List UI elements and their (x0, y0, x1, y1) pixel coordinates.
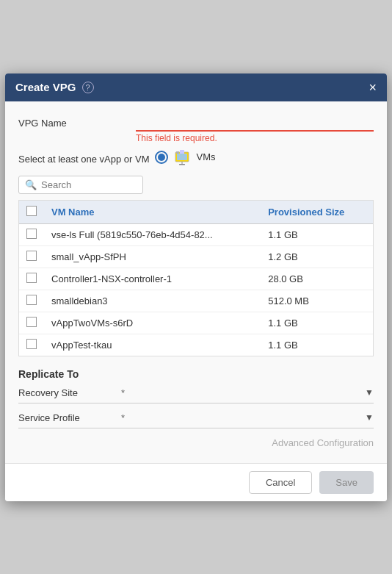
recovery-site-wrap: * ▼ (121, 387, 374, 398)
row-checkbox-2[interactable] (26, 273, 37, 283)
replicate-to-title: Replicate To (18, 368, 374, 380)
vpg-name-error: This field is required. (136, 133, 374, 143)
advanced-configuration-link[interactable]: Advanced Configuration (18, 437, 374, 448)
row-provisioned-size: 1.1 GB (261, 334, 373, 356)
modal-body: VPG Name This field is required. Select … (5, 101, 387, 463)
table-row: Controller1-NSX-controller-1 28.0 GB (19, 268, 373, 290)
modal-header-left: Create VPG ? (15, 81, 94, 93)
radio-vms[interactable] (155, 151, 168, 164)
select-vapp-vm-row: Select at least one vApp or VM VMs (18, 149, 374, 165)
vm-table-wrap: VM Name Provisioned Size vse-ls Full (58… (18, 200, 374, 356)
row-vm-name: vse-ls Full (5819c550-76eb-4d54-82... (44, 223, 261, 245)
vm-table: VM Name Provisioned Size vse-ls Full (58… (19, 201, 373, 356)
row-vm-name: vAppTest-tkau (44, 334, 261, 356)
select-all-checkbox[interactable] (26, 206, 37, 216)
row-checkbox-4[interactable] (26, 317, 37, 327)
vpg-name-label: VPG Name (18, 113, 136, 129)
row-vm-name: vAppTwoVMs-s6rD (44, 312, 261, 334)
select-all-header[interactable] (19, 201, 44, 224)
radio-inner (158, 154, 165, 161)
svg-rect-3 (180, 150, 184, 154)
row-provisioned-size: 1.2 GB (261, 245, 373, 268)
table-row: small_vApp-SfPH 1.2 GB (19, 245, 373, 268)
table-row: vse-ls Full (5819c550-76eb-4d54-82... 1.… (19, 223, 373, 245)
modal-footer: Cancel Save (5, 463, 387, 501)
row-checkbox-5[interactable] (26, 339, 37, 349)
row-vm-name: small_vApp-SfPH (44, 245, 261, 268)
recovery-site-label: Recovery Site (18, 387, 121, 398)
row-checkbox-cell (19, 223, 44, 245)
close-button[interactable]: × (369, 81, 377, 94)
row-vm-name: smalldebian3 (44, 290, 261, 312)
table-row: vAppTwoVMs-s6rD 1.1 GB (19, 312, 373, 334)
create-vpg-modal: Create VPG ? × VPG Name This field is re… (5, 73, 387, 501)
service-profile-wrap: * ▼ (121, 412, 374, 423)
row-checkbox-cell (19, 268, 44, 290)
row-checkbox-3[interactable] (26, 295, 37, 305)
search-box: 🔍 (18, 176, 143, 194)
radio-circle (155, 151, 168, 164)
svg-rect-5 (179, 164, 185, 165)
svg-rect-2 (176, 151, 179, 154)
provisioned-size-header: Provisioned Size (261, 201, 373, 224)
vpg-name-row: VPG Name This field is required. (18, 113, 374, 143)
help-icon[interactable]: ? (82, 82, 94, 93)
vpg-name-input[interactable] (136, 113, 374, 132)
vm-icon (174, 149, 190, 165)
search-icon: 🔍 (25, 179, 37, 190)
vm-table-body: vse-ls Full (5819c550-76eb-4d54-82... 1.… (19, 223, 373, 356)
row-provisioned-size: 1.1 GB (261, 223, 373, 245)
row-checkbox-cell (19, 334, 44, 356)
service-profile-row: Service Profile * ▼ (18, 412, 374, 428)
recovery-site-row: Recovery Site * ▼ (18, 387, 374, 403)
vms-label: VMs (196, 151, 215, 162)
row-checkbox-0[interactable] (26, 229, 37, 239)
service-profile-select[interactable]: * (121, 412, 374, 423)
save-button[interactable]: Save (319, 471, 374, 494)
recovery-site-select[interactable]: * (121, 387, 374, 398)
row-checkbox-1[interactable] (26, 251, 37, 261)
table-row: vAppTest-tkau 1.1 GB (19, 334, 373, 356)
row-checkbox-cell (19, 312, 44, 334)
row-vm-name: Controller1-NSX-controller-1 (44, 268, 261, 290)
row-provisioned-size: 512.0 MB (261, 290, 373, 312)
row-provisioned-size: 1.1 GB (261, 312, 373, 334)
cancel-button[interactable]: Cancel (249, 471, 312, 494)
modal-title: Create VPG (15, 81, 76, 93)
table-row: smalldebian3 512.0 MB (19, 290, 373, 312)
row-checkbox-cell (19, 290, 44, 312)
select-vapp-label: Select at least one vApp or VM (18, 149, 149, 165)
service-profile-label: Service Profile (18, 412, 121, 423)
vpg-name-input-wrap: This field is required. (136, 113, 374, 143)
vm-name-header: VM Name (44, 201, 261, 224)
svg-rect-1 (177, 154, 187, 160)
modal-header: Create VPG ? × (5, 73, 387, 101)
row-provisioned-size: 28.0 GB (261, 268, 373, 290)
search-input[interactable] (41, 179, 137, 190)
row-checkbox-cell (19, 245, 44, 268)
table-header-row: VM Name Provisioned Size (19, 201, 373, 224)
